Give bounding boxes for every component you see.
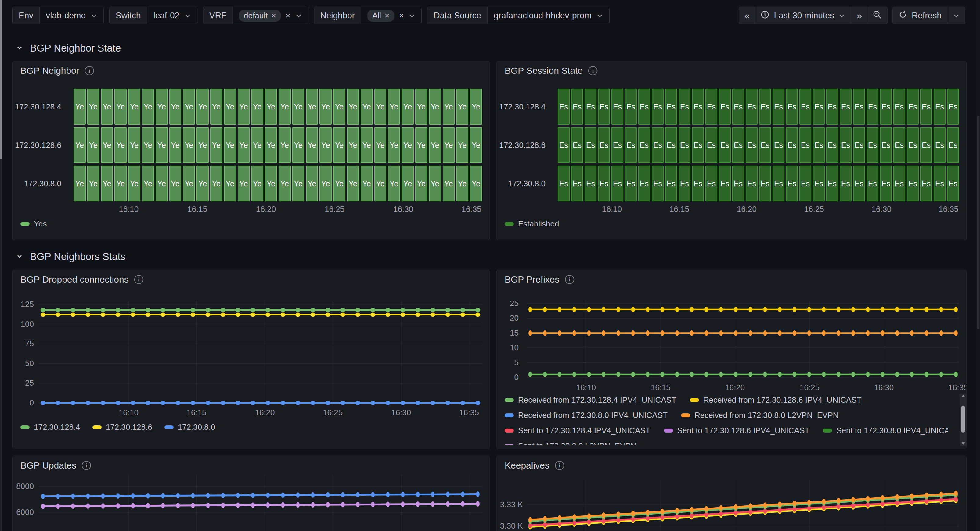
legend-item[interactable]: Sent to 172.30.128.6 IPV4_UNICAST: [664, 426, 810, 435]
series-marker: [266, 313, 270, 317]
close-icon[interactable]: ×: [385, 11, 389, 21]
time-range-picker[interactable]: Last 30 minutes: [755, 7, 851, 24]
series-line: [530, 501, 956, 527]
filter-chip[interactable]: All ×: [368, 10, 394, 22]
chart-plot: [527, 480, 959, 531]
timeline-cell: Ye: [320, 127, 332, 163]
series-marker: [371, 401, 375, 405]
info-icon[interactable]: i: [565, 275, 574, 284]
timeline-cell: Ye: [456, 165, 468, 201]
page-scrollbar-track[interactable]: [976, 0, 980, 531]
timeline-row: YeYeYeYeYeYeYeYeYeYeYeYeYeYeYeYeYeYeYeYe…: [73, 89, 482, 125]
scroll-up-arrow-icon[interactable]: [959, 394, 967, 398]
timeline-cell: Ye: [169, 127, 181, 163]
panel-title-text: BGP Session State: [504, 65, 583, 76]
timeline-cell: Es: [705, 127, 717, 163]
timeline-cell: Ye: [251, 89, 263, 125]
timeline-cell: Es: [652, 165, 663, 201]
section-header-bgp-neighbor-state[interactable]: BGP Neighbor State: [16, 41, 121, 55]
timeline-cell: Es: [920, 89, 932, 125]
filter-neighbor-value[interactable]: All × ×: [361, 7, 422, 24]
series-marker: [131, 493, 135, 499]
info-icon[interactable]: i: [82, 461, 91, 470]
info-icon[interactable]: i: [555, 461, 564, 470]
panel-title[interactable]: BGP Updatesi: [21, 460, 91, 471]
filter-env-value[interactable]: vlab-demo: [40, 7, 103, 24]
series-marker: [221, 502, 225, 508]
timeline-cell: Ye: [101, 89, 113, 125]
legend-item[interactable]: Received from 172.30.128.4 IPV4_UNICAST: [504, 395, 676, 405]
series-marker: [326, 308, 331, 312]
legend-item[interactable]: 172.30.128.4: [21, 423, 80, 432]
legend-item[interactable]: Sent to 172.30.8.0 IPV4_UNICAST: [823, 426, 948, 435]
time-shift-back-button[interactable]: «: [739, 7, 755, 24]
series-marker: [175, 308, 180, 312]
series-marker: [235, 401, 240, 405]
timeline-cell: Ye: [210, 89, 223, 125]
timeline-cell: Es: [773, 89, 784, 125]
clear-icon[interactable]: ×: [399, 11, 404, 21]
timeline-cell: Es: [719, 165, 731, 201]
series-marker: [528, 330, 532, 336]
legend-item[interactable]: Yes: [21, 219, 47, 228]
timeline-cell: Ye: [429, 165, 441, 201]
filter-chip[interactable]: default ×: [239, 10, 281, 22]
panel-title[interactable]: BGP Dropped connectionsi: [21, 274, 143, 285]
refresh-button[interactable]: Refresh: [893, 7, 947, 24]
section-chevron-icon: [16, 42, 23, 54]
filter-datasource-value[interactable]: grafanacloud-hhdev-prom: [488, 7, 609, 24]
info-icon[interactable]: i: [588, 66, 597, 75]
left-scrollbar-track[interactable]: [0, 0, 2, 531]
panel-title[interactable]: Keepalivesi: [504, 460, 564, 471]
legend-swatch: [681, 413, 690, 417]
timeline-cell: Es: [746, 165, 757, 201]
refresh-interval-button[interactable]: [947, 7, 965, 24]
legend-item[interactable]: Received from 172.30.8.0 L2VPN_EVPN: [681, 411, 839, 420]
legend-item[interactable]: 172.30.128.6: [92, 423, 152, 432]
legend-item[interactable]: Established: [504, 219, 559, 228]
legend-scrollbar-thumb[interactable]: [961, 406, 965, 433]
series-marker: [896, 330, 899, 336]
series-marker: [881, 330, 884, 336]
legend-label: Established: [518, 219, 559, 228]
legend-item[interactable]: Received from 172.30.128.6 IPV4_UNICAST: [690, 395, 862, 405]
legend-scrollbar-track[interactable]: [959, 393, 967, 446]
series-marker: [116, 503, 120, 509]
y-tick-label: 20: [497, 313, 519, 323]
series-marker: [70, 401, 75, 405]
series-marker: [837, 307, 840, 312]
series-marker: [431, 313, 435, 317]
section-header-bgp-neighbors-stats[interactable]: BGP Neighbors Stats: [16, 250, 126, 263]
timeline-cell: Es: [813, 165, 825, 201]
clear-icon[interactable]: ×: [286, 11, 290, 21]
x-tick-label: 16:25: [804, 204, 824, 214]
timeline-cell: Ye: [128, 89, 140, 125]
left-scrollbar-thumb[interactable]: [0, 0, 2, 159]
series-marker: [734, 372, 737, 377]
info-icon[interactable]: i: [85, 66, 94, 75]
series-marker: [460, 401, 465, 405]
filter-vrf-value[interactable]: default × ×: [233, 7, 308, 24]
filter-switch-value[interactable]: leaf-02: [147, 7, 197, 24]
legend-item[interactable]: 172.30.8.0: [164, 423, 215, 432]
panel-title[interactable]: BGP Prefixesi: [504, 274, 574, 285]
panel-title[interactable]: BGP Session Statei: [504, 65, 597, 76]
timeline-cell: Es: [893, 165, 905, 201]
series-marker: [146, 401, 150, 405]
info-icon[interactable]: i: [134, 275, 143, 284]
series-marker: [528, 372, 532, 377]
panel-title[interactable]: BGP Neighbori: [21, 65, 94, 76]
zoom-out-button[interactable]: [867, 7, 887, 24]
time-shift-forward-button[interactable]: »: [851, 7, 867, 24]
x-tick-label: 16:10: [119, 204, 138, 214]
close-icon[interactable]: ×: [271, 11, 276, 21]
page-scrollbar-thumb[interactable]: [977, 116, 979, 329]
series-marker: [266, 493, 270, 498]
series-marker: [631, 307, 635, 312]
scroll-down-arrow-icon[interactable]: [959, 442, 967, 445]
legend-item[interactable]: Sent to 172.30.8.0 L2VPN_EVPN: [504, 441, 636, 445]
series-marker: [206, 493, 210, 498]
time-controls: « Last 30 minutes » Refresh: [739, 7, 966, 24]
legend-item[interactable]: Received from 172.30.8.0 IPV4_UNICAST: [504, 411, 668, 420]
legend-item[interactable]: Sent to 172.30.128.4 IPV4_UNICAST: [504, 426, 651, 435]
